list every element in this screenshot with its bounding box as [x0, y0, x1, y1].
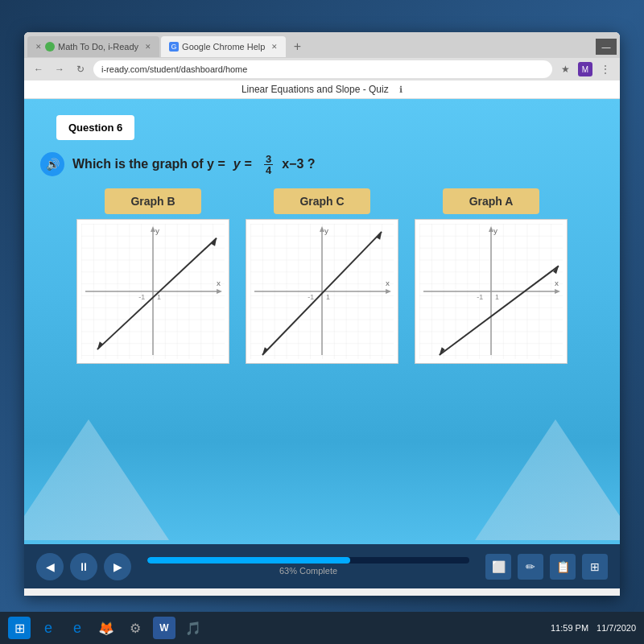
tab-icon-google: G: [169, 42, 179, 52]
graph-c-button[interactable]: Graph C: [274, 188, 370, 214]
question-box: Question 6: [56, 115, 134, 140]
tab-1-inactive[interactable]: ✕ Math To Do, i-Ready ✕: [27, 36, 159, 57]
taskbar-edge-1[interactable]: e: [37, 617, 60, 639]
taskbar-date: 11/7/2020: [597, 623, 636, 633]
equation-suffix: x−3 ?: [282, 157, 315, 171]
tab-close-x[interactable]: ✕: [35, 43, 42, 51]
taskbar-music[interactable]: 🎵: [182, 617, 204, 639]
tool-btn-4[interactable]: ⊞: [582, 554, 608, 580]
tool-btn-1[interactable]: ⬜: [485, 554, 511, 580]
forward-nav-button[interactable]: ▶: [104, 553, 131, 580]
quiz-content: Question 6 🔊 Which is the graph of y = y…: [24, 99, 620, 588]
address-bar[interactable]: i-ready.com/student/dashboard/home: [93, 60, 552, 78]
taskbar-word[interactable]: W: [153, 617, 175, 639]
graph-a-choice[interactable]: Graph A: [415, 188, 568, 364]
taskbar-settings[interactable]: ⚙: [124, 617, 147, 639]
svg-text:x: x: [555, 279, 559, 287]
tab-2-label: Google Chrome Help: [182, 42, 265, 52]
fraction: 3 4: [264, 154, 273, 175]
svg-text:-1: -1: [138, 293, 145, 301]
quiz-info-icon[interactable]: ℹ: [399, 85, 402, 94]
quiz-title: Linear Equations and Slope - Quiz: [242, 84, 389, 95]
taskbar-right: 11:59 PM 11/7/2020: [551, 623, 636, 633]
graph-c-svg: y x 1 -1: [250, 224, 394, 359]
graph-c-container: y x 1 -1: [246, 219, 398, 364]
browser-window: ✕ Math To Do, i-Ready ✕ G Google Chrome …: [24, 32, 620, 596]
tab-1-close[interactable]: ✕: [145, 43, 151, 51]
address-text: i-ready.com/student/dashboard/home: [101, 64, 247, 74]
minimize-button[interactable]: —: [596, 39, 617, 55]
back-button[interactable]: ←: [31, 61, 47, 77]
tab-1-label: Math To Do, i-Ready: [58, 42, 138, 52]
graph-b-choice[interactable]: Graph B: [76, 188, 229, 364]
menu-icon[interactable]: ⋮: [597, 61, 613, 77]
bookmark-icon[interactable]: ★: [557, 61, 573, 77]
graphs-row: Graph B: [24, 184, 620, 368]
progress-label: 63% Complete: [279, 566, 337, 576]
speaker-button[interactable]: 🔊: [40, 152, 64, 176]
svg-text:-1: -1: [477, 293, 483, 301]
graph-a-svg: y x 1 -1: [419, 224, 563, 359]
svg-text:y: y: [324, 226, 328, 235]
taskbar-edge-2[interactable]: e: [66, 617, 89, 639]
mountain-right: [475, 419, 620, 540]
back-nav-button[interactable]: ◀: [36, 553, 64, 580]
graph-b-svg: y x 1 -1: [81, 224, 225, 359]
taskbar-firefox[interactable]: 🦊: [95, 617, 118, 639]
graph-c-choice[interactable]: Graph C: [246, 188, 398, 364]
browser-chrome: ✕ Math To Do, i-Ready ✕ G Google Chrome …: [24, 32, 620, 80]
address-bar-row: ← → ↻ i-ready.com/student/dashboard/home…: [24, 58, 620, 80]
progress-section: 63% Complete: [131, 557, 485, 576]
desktop: ✕ Math To Do, i-Ready ✕ G Google Chrome …: [0, 0, 644, 644]
tool-btn-2[interactable]: ✏: [518, 554, 543, 580]
progress-bar-background: [147, 557, 469, 564]
svg-text:x: x: [386, 279, 390, 287]
extension-icon[interactable]: M: [578, 62, 592, 76]
progress-bar-fill: [147, 557, 350, 564]
svg-text:-1: -1: [308, 293, 314, 301]
fraction-numerator: 3: [264, 154, 273, 165]
svg-text:1: 1: [495, 293, 499, 301]
nav-controls: ◀ ⏸ ▶: [36, 553, 131, 580]
svg-text:1: 1: [326, 293, 330, 301]
svg-text:y: y: [493, 226, 497, 235]
graph-b-container: y x 1 -1: [76, 219, 229, 364]
mountain-left: [24, 419, 169, 540]
equation-y: y =: [233, 157, 255, 171]
graph-a-button[interactable]: Graph A: [443, 188, 539, 214]
new-tab-button[interactable]: +: [287, 37, 307, 56]
question-header: Question 6: [24, 99, 620, 140]
tab-2-close[interactable]: ✕: [271, 43, 278, 51]
mountains-decoration: [24, 419, 620, 540]
bottom-bar: ◀ ⏸ ▶ 63% Complete ⬜ ✏ 📋 ⊞: [24, 544, 620, 588]
quiz-title-bar: Linear Equations and Slope - Quiz ℹ: [24, 80, 620, 99]
question-text: 🔊 Which is the graph of y = y = 3 4 x−3 …: [24, 140, 620, 184]
right-controls: ⬜ ✏ 📋 ⊞: [485, 554, 608, 580]
refresh-button[interactable]: ↻: [72, 61, 89, 77]
svg-text:y: y: [155, 226, 159, 235]
tab-icon-green: [45, 42, 55, 52]
forward-button[interactable]: →: [52, 61, 68, 77]
fraction-denominator: 4: [264, 165, 273, 175]
tab-2-active[interactable]: G Google Chrome Help ✕: [161, 36, 286, 57]
graph-a-container: y x 1 -1: [415, 219, 568, 364]
graph-b-button[interactable]: Graph B: [105, 188, 201, 214]
tool-btn-3[interactable]: 📋: [550, 554, 576, 580]
tab-bar: ✕ Math To Do, i-Ready ✕ G Google Chrome …: [24, 32, 620, 58]
question-number: Question 6: [68, 122, 122, 134]
pause-nav-button[interactable]: ⏸: [70, 553, 97, 580]
taskbar-start[interactable]: ⊞: [8, 617, 31, 639]
taskbar-time: 11:59 PM: [551, 623, 588, 633]
question-prefix: Which is the graph of y =: [72, 157, 225, 171]
svg-text:x: x: [217, 279, 221, 287]
taskbar: ⊞ e e 🦊 ⚙ W 🎵 11:59 PM 11/7/2020: [0, 612, 644, 644]
